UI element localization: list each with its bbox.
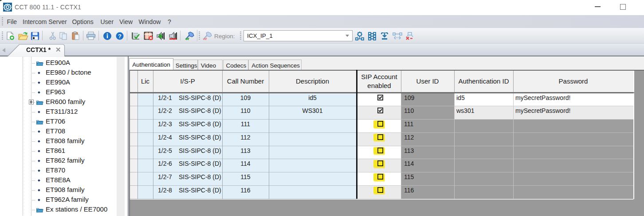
svg-text:?: ? bbox=[118, 33, 122, 40]
